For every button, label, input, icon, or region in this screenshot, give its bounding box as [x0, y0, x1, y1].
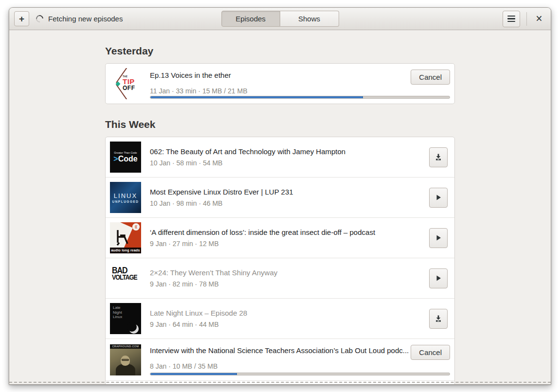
episodes-scroll-area[interactable]: Yesterday THE TIP OFF Ep.13 Voice: [9, 30, 551, 384]
section-heading-yesterday: Yesterday: [105, 45, 455, 57]
episode-meta: 9 Jan · 64 min · 44 MB: [150, 321, 429, 328]
hamburger-menu-button[interactable]: [503, 11, 520, 27]
play-episode-button[interactable]: [429, 268, 448, 288]
download-episode-button[interactable]: [429, 309, 448, 329]
podcast-artwork-bad-voltage: BAD VOLTAGE: [110, 263, 141, 294]
episode-meta: 10 Jan · 58 min · 54 MB: [150, 159, 429, 167]
app-window: + Fetching new episodes Episodes Shows ×…: [9, 7, 551, 385]
episode-meta: 9 Jan · 82 min · 78 MB: [150, 280, 429, 288]
close-window-button[interactable]: ×: [532, 12, 546, 26]
episode-title: Interview with the National Science Teac…: [150, 346, 411, 355]
podcast-artwork-linux-unplugged: LINUX UNPLUGGED: [110, 182, 141, 213]
view-switcher: Episodes Shows: [221, 11, 339, 27]
episode-title: 2×24: They Weren’t That Shiny Anyway: [150, 268, 429, 277]
episode-title: Late Night Linux – Episode 28: [150, 309, 429, 317]
cancel-download-button[interactable]: Cancel: [411, 70, 450, 85]
episode-title: Ep.13 Voices in the ether: [150, 71, 411, 79]
loading-spinner-icon: [35, 14, 45, 24]
section-heading-this-week: This Week: [105, 119, 455, 130]
episode-row-voices-in-the-ether[interactable]: THE TIP OFF Ep.13 Voices in the ether Ca…: [106, 64, 454, 104]
podcast-artwork-late-night-linux: Late Night Linux: [110, 303, 141, 334]
episode-row-audio-long-reads[interactable]: (( audio long reads ‘A different dimensi…: [106, 217, 454, 258]
episode-title: Most Expensive Linux Distro Ever | LUP 2…: [150, 188, 429, 196]
episode-meta: 8 Jan · 10 MB / 35 MB: [150, 362, 450, 370]
episode-row-linux-unplugged[interactable]: LINUX UNPLUGGED Most Expensive Linux Dis…: [106, 177, 454, 217]
add-podcast-button[interactable]: +: [14, 11, 29, 26]
titlebar-right-controls: ×: [503, 11, 546, 27]
guardian-roundel-icon: ((: [132, 223, 140, 231]
episode-row-bad-voltage[interactable]: BAD VOLTAGE 2×24: They Weren’t That Shin…: [106, 258, 454, 298]
play-icon: [435, 234, 442, 241]
yesterday-card: THE TIP OFF Ep.13 Voices in the ether Ca…: [105, 63, 455, 104]
download-icon: [434, 153, 442, 161]
this-week-card: Greater Than Code >Code 062: The Beauty …: [105, 137, 455, 384]
titlebar-separator: [526, 12, 527, 26]
download-progressbar: [150, 373, 450, 375]
episode-title: ‘A different dimension of loss’: inside …: [150, 228, 429, 236]
download-icon: [434, 315, 442, 322]
cancel-download-button[interactable]: Cancel: [411, 345, 450, 360]
play-episode-button[interactable]: [429, 188, 448, 208]
episode-meta: 11 Jan · 33 min · 15 MB / 21 MB: [150, 87, 450, 95]
episode-row-late-night-linux[interactable]: Late Night Linux Late Night Linux – Epis…: [106, 298, 454, 339]
podcast-artwork-craphound: CRAPHOUND.COM: [110, 344, 141, 375]
download-progress-fill: [150, 373, 237, 375]
play-icon: [435, 194, 442, 201]
download-progress-fill: [150, 96, 363, 98]
episode-row-greater-than-code[interactable]: Greater Than Code >Code 062: The Beauty …: [106, 137, 454, 177]
play-icon: [435, 275, 442, 282]
episode-title: 062: The Beauty of Art and Technology wi…: [150, 147, 429, 156]
download-progressbar: [150, 96, 450, 99]
podcast-artwork-greater-than-code: Greater Than Code >Code: [110, 142, 141, 173]
scroll-undershoot-indicator: [9, 382, 551, 383]
episode-meta: 10 Jan · 98 min · 46 MB: [150, 199, 429, 207]
play-episode-button[interactable]: [429, 228, 448, 248]
chair-icon: [115, 229, 128, 246]
download-episode-button[interactable]: [429, 147, 448, 167]
podcast-artwork-the-tip-off: THE TIP OFF: [110, 68, 141, 99]
tab-episodes[interactable]: Episodes: [221, 11, 280, 27]
status-text: Fetching new episodes: [48, 15, 123, 23]
episode-row-craphound-interview[interactable]: CRAPHOUND.COM Interview with the Nationa…: [106, 339, 454, 380]
episode-meta: 9 Jan · 27 min · 12 MB: [150, 240, 429, 248]
crescent-moon-icon: [129, 324, 139, 334]
titlebar: + Fetching new episodes Episodes Shows ×: [9, 8, 551, 30]
hamburger-icon: [507, 16, 515, 22]
podcast-artwork-audio-long-reads: (( audio long reads: [110, 222, 141, 253]
tab-shows[interactable]: Shows: [280, 11, 339, 27]
